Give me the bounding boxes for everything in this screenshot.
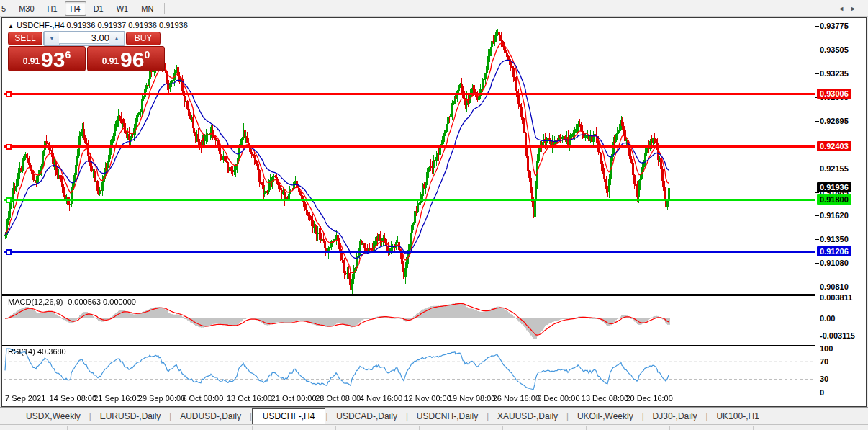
date-axis-label: 29 Sep 00:00 (138, 394, 185, 403)
buy-price-display[interactable]: 0.91960 (87, 46, 165, 71)
sell-price-big: 93 (41, 50, 65, 69)
macd-axis-label: 0.00 (820, 314, 866, 323)
timeframe-button-5[interactable]: 5 (0, 1, 12, 16)
price-axis-label: 0.91350 (820, 235, 866, 243)
price-axis-tick (815, 215, 819, 216)
date-axis-label: 21 Sep 16:00 (94, 394, 140, 403)
macd-values: -0.000563 0.000000 (65, 297, 135, 306)
pane-divider[interactable] (2, 294, 815, 295)
status-bar-separator (252, 426, 253, 430)
plot-right-border (815, 18, 815, 393)
macd-label: MACD(12,26,9) -0.000563 0.000000 (8, 297, 136, 306)
pane-divider[interactable] (2, 345, 815, 346)
tab-scroll-left-icon[interactable]: ◄ (838, 5, 850, 12)
volume-spinner: ▼ ▲ (43, 31, 125, 46)
price-axis-label: 0.90810 (820, 282, 866, 291)
price-axis-label: 0.91620 (820, 211, 866, 220)
price-badge: 0.91206 (817, 246, 851, 256)
chart-tab-audusd[interactable]: AUDUSD-,Daily (171, 409, 250, 424)
status-bar-separator (168, 426, 168, 430)
chart-window: ▲USDCHF-,H4 0.91936 0.91937 0.91936 0.91… (1, 17, 867, 407)
timeframe-button-d1[interactable]: D1 (88, 1, 109, 16)
level-line-anchor-marker[interactable] (6, 91, 12, 97)
date-axis-label: 20 Dec 16:00 (625, 394, 672, 403)
sell-price-sup: 6 (65, 49, 71, 61)
price-badge: 0.91800 (817, 194, 851, 205)
toolbar-separator (164, 3, 165, 14)
pane-divider[interactable] (2, 344, 815, 344)
tab-scroll-arrows: ◄► (838, 5, 862, 12)
date-axis-label: 19 Nov 08:00 (448, 394, 495, 403)
status-bar-separator (669, 426, 670, 430)
sell-price-display[interactable]: 0.91936 (8, 46, 86, 71)
date-axis-label: 7 Sep 2021 (5, 394, 45, 403)
status-bar (0, 424, 868, 430)
level-line-anchor-marker[interactable] (6, 144, 12, 150)
sell-button[interactable]: SELL (8, 32, 42, 45)
horizontal-level-line[interactable] (4, 145, 815, 148)
price-axis-tick (815, 50, 819, 50)
date-axis-label: 28 Oct 08:00 (315, 394, 361, 403)
chart-tab-usdchf[interactable]: USDCHF-,H4 (252, 408, 326, 424)
macd-axis-label: -0.003115 (820, 331, 866, 340)
level-line-anchor-marker[interactable] (6, 249, 12, 255)
date-axis-label: 6 Dec 00:00 (537, 394, 579, 403)
timeframe-button-w1[interactable]: W1 (111, 1, 135, 16)
pane-divider (2, 393, 815, 393)
price-axis-label: 0.91080 (820, 259, 866, 267)
horizontal-level-line[interactable] (4, 251, 815, 253)
pane-divider[interactable] (2, 295, 815, 296)
date-axis-label: 26 Nov 16:00 (493, 394, 540, 403)
chart-tab-eurusd[interactable]: EURUSD-,Daily (91, 409, 170, 424)
price-axis-tick (815, 287, 819, 287)
rsi-indicator-canvas[interactable] (4, 346, 815, 393)
price-badge: 0.91936 (817, 182, 851, 192)
rsi-axis-label: 0 (820, 388, 866, 397)
buy-price-prefix: 0.91 (102, 56, 119, 66)
rsi-value: 40.3680 (37, 347, 66, 356)
date-axis-label: 6 Oct 08:00 (182, 394, 223, 403)
buy-price-big: 96 (120, 50, 144, 69)
volume-increase-button[interactable]: ▲ (109, 32, 125, 45)
price-axis-label: 0.93505 (820, 45, 866, 54)
chart-tab-usdcnh[interactable]: USDCNH-,Daily (408, 409, 487, 424)
chart-tab-usdcad[interactable]: USDCAD-,Daily (327, 409, 406, 424)
tab-scroll-right-icon[interactable]: ► (850, 5, 862, 12)
macd-axis-label: 0.003811 (820, 293, 866, 302)
price-axis-tick (815, 169, 819, 169)
horizontal-level-line[interactable] (4, 93, 815, 95)
chart-tab-ukoil[interactable]: UKOil-,Weekly (569, 409, 642, 424)
horizontal-level-line[interactable] (4, 199, 815, 201)
status-bar-separator (117, 426, 117, 430)
volume-decrease-button[interactable]: ▼ (44, 32, 60, 45)
timeframe-toolbar: 5M30H1H4D1W1MN (0, 0, 868, 17)
timeframe-button-m30[interactable]: M30 (13, 1, 40, 16)
price-axis-tick (815, 26, 819, 27)
level-line-anchor-marker[interactable] (6, 197, 12, 203)
date-axis-label: 13 Oct 16:00 (227, 394, 272, 403)
price-axis-label: 0.93235 (820, 69, 866, 78)
chart-tab-xauusd[interactable]: XAUUSD-,Daily (489, 409, 566, 424)
chart-tab-dj30[interactable]: DJ30-,Daily (644, 409, 706, 424)
status-bar-separator (586, 426, 587, 430)
timeframe-button-h1[interactable]: H1 (42, 1, 63, 16)
date-axis-label: 4 Nov 16:00 (360, 394, 402, 403)
date-axis-label: 14 Sep 08:00 (50, 394, 96, 403)
chart-tab-usdx[interactable]: USDX,Weekly (17, 409, 89, 424)
chart-tab-uk100[interactable]: UK100-,H1 (707, 409, 767, 424)
timeframe-button-mn[interactable]: MN (135, 1, 159, 16)
status-bar-separator (419, 426, 420, 430)
status-bar-separator (335, 426, 336, 430)
price-badge: 0.92403 (817, 141, 851, 151)
buy-button[interactable]: BUY (126, 32, 161, 45)
status-bar-separator (67, 426, 68, 430)
status-bar-separator (753, 426, 754, 430)
sell-price-prefix: 0.91 (23, 56, 40, 66)
rsi-axis-label: 30 (820, 375, 866, 383)
volume-input[interactable] (59, 32, 112, 44)
rsi-axis-label: 70 (820, 357, 866, 366)
timeframe-button-h4[interactable]: H4 (65, 1, 86, 16)
price-axis-label: 0.93775 (820, 22, 866, 30)
symbol-tab-bar: USDX,Weekly|EURUSD-,Daily|AUDUSD-,Daily|… (0, 407, 868, 424)
date-axis-label: 21 Oct 00:00 (271, 394, 317, 403)
